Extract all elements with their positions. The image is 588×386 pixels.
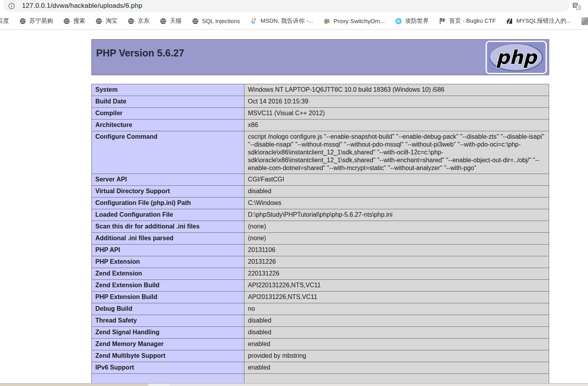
row-value: disabled — [244, 186, 549, 198]
bookmark-label: 天猫 — [170, 17, 182, 25]
table-row: Thread Safety disabled — [92, 315, 549, 327]
row-label: PHP API — [92, 245, 244, 256]
row-value: 20131226 — [244, 256, 549, 268]
bookmarks-bar: 百度 苏宁易购 搜索 淘宝 京东 天猫 — [0, 13, 588, 30]
globe-icon — [19, 18, 26, 25]
row-value: enabled — [244, 339, 549, 350]
horizontal-scrollbar[interactable] — [0, 383, 588, 386]
table-row: Architecture x86 — [92, 120, 549, 131]
bookmark-label: MSDN, 我告诉你 -... — [260, 17, 313, 25]
svg-text:文: 文 — [577, 6, 581, 10]
phpinfo-table: System Windows NT LAPTOP-1Q6JTT6C 10.0 b… — [91, 84, 549, 386]
row-value: enabled — [244, 362, 549, 374]
row-label: Configure Command — [92, 131, 244, 174]
globe-icon — [95, 18, 102, 25]
row-value: Windows NT LAPTOP-1Q6JTT6C 10.0 build 18… — [244, 84, 549, 96]
page-info-icon[interactable] — [8, 3, 15, 9]
table-row: Configure Command cscript /nologo config… — [92, 131, 549, 174]
scrollbar-thumb[interactable] — [0, 384, 148, 386]
bookmark-list: 百度 苏宁易购 搜索 淘宝 京东 天猫 — [0, 17, 576, 25]
bookmark-item[interactable]: MYSQL报错注入的... — [501, 17, 576, 25]
table-row: PHP API 20131106 — [92, 245, 549, 256]
globe-icon — [192, 18, 199, 25]
bookmark-item[interactable]: SQL Injections — [187, 18, 245, 25]
bookmark-item[interactable]: 搜索 — [58, 17, 90, 25]
row-value: provided by mbstring — [244, 350, 549, 362]
page-content: PHP Version 5.6.27 php System Windows NT… — [0, 31, 588, 386]
bookmark-item[interactable]: 京东 — [122, 17, 155, 25]
extension-chrome-icon — [323, 18, 330, 25]
globe-icon — [160, 18, 167, 25]
bookmark-item[interactable]: 苏宁易购 — [14, 17, 58, 25]
phpinfo-header: PHP Version 5.6.27 php — [91, 39, 549, 75]
table-row: Virtual Directory Support disabled — [92, 186, 549, 198]
table-row: Zend Extension 220131226 — [92, 268, 549, 280]
row-label: Zend Extension — [92, 268, 244, 280]
table-row: Zend Memory Manager enabled — [92, 339, 549, 350]
row-value: 220131226 — [244, 268, 549, 280]
bookmark-label: 搜索 — [73, 17, 85, 25]
bookmark-item[interactable]: 天猫 — [155, 17, 187, 25]
checkered-flag-icon — [439, 18, 446, 25]
row-label: Build Date — [92, 96, 244, 108]
row-label: Thread Safety — [92, 315, 244, 327]
url-text[interactable]: 127.0.0.1/dvwa/hackable/uploads/6.php — [22, 2, 142, 10]
address-bar[interactable]: 127.0.0.1/dvwa/hackable/uploads/6.php — [3, 0, 570, 12]
row-label: Compiler — [92, 108, 244, 120]
row-label: Zend Memory Manager — [92, 339, 244, 350]
table-row: Zend Signal Handling disabled — [92, 327, 549, 339]
table-row: IPv6 Support enabled — [92, 362, 549, 374]
row-label: Zend Signal Handling — [92, 327, 244, 339]
table-row: Build Date Oct 14 2016 10:15:39 — [92, 96, 549, 108]
table-row: Server API CGI/FastCGI — [92, 174, 549, 186]
row-value: MSVC11 (Visual C++ 2012) — [244, 108, 549, 120]
row-value: (none) — [244, 221, 549, 233]
bookmark-label: 百度 — [0, 17, 9, 25]
row-label: Server API — [92, 174, 244, 186]
black-slash-icon — [506, 18, 513, 25]
scrollbar-gap — [148, 384, 169, 386]
row-value: disabled — [244, 315, 549, 327]
row-value: disabled — [244, 327, 549, 339]
row-value: CGI/FastCGI — [244, 174, 549, 186]
row-value: (none) — [244, 233, 549, 245]
table-row: System Windows NT LAPTOP-1Q6JTT6C 10.0 b… — [92, 84, 549, 96]
bookmark-label: MYSQL报错注入的... — [516, 17, 571, 25]
bookmark-item[interactable]: 百度 — [0, 17, 14, 25]
table-row: Compiler MSVC11 (Visual C++ 2012) — [92, 108, 549, 120]
bookmark-label: 攻防世界 — [405, 17, 429, 25]
translate-icon[interactable]: G文 — [572, 2, 581, 10]
itellyou-icon: u — [250, 18, 257, 25]
row-value: cscript /nologo configure.js "--enable-s… — [244, 131, 549, 174]
row-label: IPv6 Support — [92, 362, 244, 374]
row-value: API220131226,NTS,VC11 — [244, 280, 549, 292]
adworld-icon — [395, 18, 402, 25]
row-label: Loaded Configuration File — [92, 209, 244, 221]
row-label: Zend Multibyte Support — [92, 350, 244, 362]
row-label: System — [92, 84, 244, 96]
browser-toolbar: 127.0.0.1/dvwa/hackable/uploads/6.php G文 — [0, 0, 588, 13]
row-value: C:\Windows — [244, 198, 549, 209]
bookmark-label: 淘宝 — [106, 17, 117, 25]
bookmark-item[interactable]: Proxy SwitchyOm... — [318, 18, 390, 25]
bookmark-item[interactable]: 攻防世界 — [390, 17, 434, 25]
table-row: Configuration File (php.ini) Path C:\Win… — [92, 198, 549, 209]
row-label: Debug Build — [92, 303, 244, 315]
avatar[interactable] — [581, 17, 588, 25]
row-label: PHP Extension — [92, 256, 244, 268]
bookmark-item[interactable]: 淘宝 — [90, 17, 122, 25]
row-label: Architecture — [92, 120, 244, 131]
php-logo: php — [486, 41, 547, 74]
globe-icon — [127, 18, 135, 25]
row-label: Configuration File (php.ini) Path — [92, 198, 244, 209]
table-row: Additional .ini files parsed (none) — [92, 233, 549, 245]
bookmark-label: 首页 - Bugku CTF — [449, 17, 496, 25]
row-label: Zend Extension Build — [92, 280, 244, 292]
bookmark-item[interactable]: 首页 - Bugku CTF — [434, 17, 501, 25]
row-label: PHP Extension Build — [92, 292, 244, 303]
row-value: Oct 14 2016 10:15:39 — [244, 96, 549, 108]
bookmark-item[interactable]: u MSDN, 我告诉你 -... — [245, 17, 318, 25]
globe-icon — [63, 18, 70, 25]
row-label: Additional .ini files parsed — [92, 233, 244, 245]
table-row: PHP Extension Build API20131226,NTS,VC11 — [92, 292, 549, 303]
